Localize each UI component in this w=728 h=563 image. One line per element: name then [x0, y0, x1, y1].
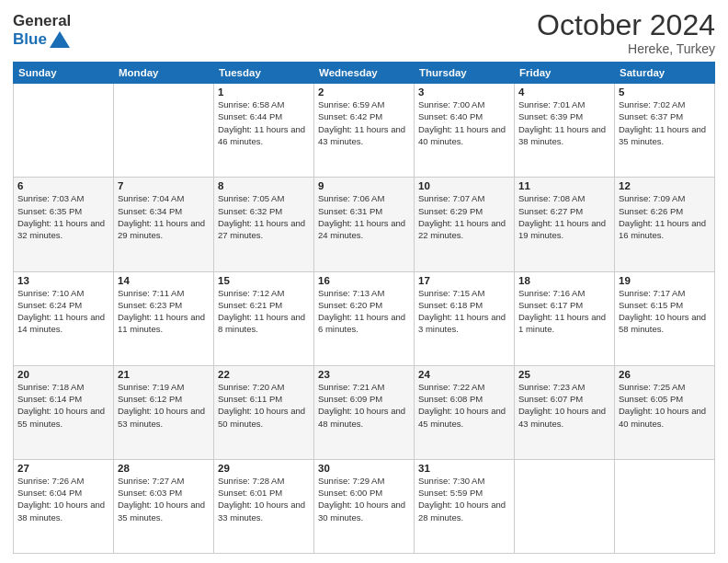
calendar: SundayMondayTuesdayWednesdayThursdayFrid…	[13, 62, 715, 554]
calendar-cell	[14, 84, 114, 178]
day-info: Sunrise: 7:11 AMSunset: 6:23 PMDaylight:…	[118, 287, 210, 336]
calendar-body: 1Sunrise: 6:58 AMSunset: 6:44 PMDaylight…	[14, 84, 715, 554]
day-info: Sunrise: 7:01 AMSunset: 6:39 PMDaylight:…	[518, 98, 610, 147]
day-number: 16	[318, 275, 410, 286]
calendar-cell: 11Sunrise: 7:08 AMSunset: 6:27 PMDayligh…	[515, 178, 615, 271]
day-number: 11	[518, 180, 610, 191]
calendar-cell: 27Sunrise: 7:26 AMSunset: 6:04 PMDayligh…	[14, 459, 114, 553]
calendar-cell: 19Sunrise: 7:17 AMSunset: 6:15 PMDayligh…	[615, 271, 715, 365]
day-number: 14	[118, 275, 210, 286]
day-info: Sunrise: 6:59 AMSunset: 6:42 PMDaylight:…	[318, 98, 410, 147]
calendar-header-row: SundayMondayTuesdayWednesdayThursdayFrid…	[14, 63, 715, 84]
day-number: 4	[518, 86, 610, 98]
day-number: 31	[418, 463, 510, 474]
weekday-header-tuesday: Tuesday	[214, 63, 314, 84]
calendar-cell: 30Sunrise: 7:29 AMSunset: 6:00 PMDayligh…	[314, 459, 415, 553]
weekday-header-friday: Friday	[515, 63, 615, 84]
title-section: October 2024 Hereke, Turkey	[537, 9, 715, 56]
day-number: 15	[218, 275, 310, 286]
calendar-cell: 23Sunrise: 7:21 AMSunset: 6:09 PMDayligh…	[314, 365, 415, 459]
calendar-cell: 25Sunrise: 7:23 AMSunset: 6:07 PMDayligh…	[515, 365, 615, 459]
day-info: Sunrise: 7:13 AMSunset: 6:20 PMDaylight:…	[318, 287, 410, 336]
calendar-cell: 28Sunrise: 7:27 AMSunset: 6:03 PMDayligh…	[114, 459, 214, 553]
day-number: 28	[118, 463, 210, 474]
location: Hereke, Turkey	[537, 41, 715, 56]
calendar-cell: 18Sunrise: 7:16 AMSunset: 6:17 PMDayligh…	[515, 271, 615, 365]
day-number: 2	[318, 86, 410, 98]
logo-blue: Blue	[13, 30, 47, 49]
day-info: Sunrise: 7:29 AMSunset: 6:00 PMDaylight:…	[318, 475, 410, 523]
calendar-week-1: 1Sunrise: 6:58 AMSunset: 6:44 PMDaylight…	[14, 84, 715, 178]
calendar-cell: 12Sunrise: 7:09 AMSunset: 6:26 PMDayligh…	[615, 178, 715, 271]
day-number: 27	[17, 463, 109, 474]
day-info: Sunrise: 7:22 AMSunset: 6:08 PMDaylight:…	[418, 381, 510, 430]
day-info: Sunrise: 7:08 AMSunset: 6:27 PMDaylight:…	[518, 192, 610, 241]
day-number: 1	[218, 86, 310, 98]
weekday-header-sunday: Sunday	[14, 63, 114, 84]
calendar-cell: 16Sunrise: 7:13 AMSunset: 6:20 PMDayligh…	[314, 271, 415, 365]
day-info: Sunrise: 7:27 AMSunset: 6:03 PMDaylight:…	[118, 475, 210, 523]
day-info: Sunrise: 7:19 AMSunset: 6:12 PMDaylight:…	[118, 381, 210, 430]
logo-icon	[50, 31, 70, 48]
weekday-header-wednesday: Wednesday	[314, 63, 415, 84]
day-info: Sunrise: 7:30 AMSunset: 5:59 PMDaylight:…	[418, 475, 510, 523]
day-number: 26	[619, 369, 711, 380]
day-number: 22	[218, 369, 310, 380]
day-info: Sunrise: 7:03 AMSunset: 6:35 PMDaylight:…	[17, 192, 109, 241]
weekday-header-saturday: Saturday	[615, 63, 715, 84]
header: General Blue October 2024 Hereke, Turkey	[13, 9, 715, 56]
calendar-cell: 26Sunrise: 7:25 AMSunset: 6:05 PMDayligh…	[615, 365, 715, 459]
day-info: Sunrise: 7:02 AMSunset: 6:37 PMDaylight:…	[619, 98, 711, 147]
day-info: Sunrise: 7:26 AMSunset: 6:04 PMDaylight:…	[17, 475, 109, 523]
day-number: 17	[418, 275, 510, 286]
day-info: Sunrise: 7:20 AMSunset: 6:11 PMDaylight:…	[218, 381, 310, 430]
calendar-cell: 7Sunrise: 7:04 AMSunset: 6:34 PMDaylight…	[114, 178, 214, 271]
day-info: Sunrise: 7:25 AMSunset: 6:05 PMDaylight:…	[619, 381, 711, 430]
calendar-cell: 8Sunrise: 7:05 AMSunset: 6:32 PMDaylight…	[214, 178, 314, 271]
day-info: Sunrise: 7:21 AMSunset: 6:09 PMDaylight:…	[318, 381, 410, 430]
weekday-header-thursday: Thursday	[415, 63, 515, 84]
day-number: 29	[218, 463, 310, 474]
logo: General Blue	[13, 13, 71, 49]
calendar-cell: 15Sunrise: 7:12 AMSunset: 6:21 PMDayligh…	[214, 271, 314, 365]
day-number: 9	[318, 180, 410, 191]
weekday-header-monday: Monday	[114, 63, 214, 84]
calendar-cell	[114, 84, 214, 178]
day-info: Sunrise: 7:23 AMSunset: 6:07 PMDaylight:…	[518, 381, 610, 430]
calendar-cell: 20Sunrise: 7:18 AMSunset: 6:14 PMDayligh…	[14, 365, 114, 459]
calendar-cell: 2Sunrise: 6:59 AMSunset: 6:42 PMDaylight…	[314, 84, 415, 178]
day-number: 25	[518, 369, 610, 380]
day-number: 23	[318, 369, 410, 380]
day-number: 24	[418, 369, 510, 380]
day-info: Sunrise: 7:04 AMSunset: 6:34 PMDaylight:…	[118, 192, 210, 241]
day-info: Sunrise: 7:09 AMSunset: 6:26 PMDaylight:…	[619, 192, 711, 241]
calendar-cell: 14Sunrise: 7:11 AMSunset: 6:23 PMDayligh…	[114, 271, 214, 365]
day-number: 20	[17, 369, 109, 380]
calendar-cell: 1Sunrise: 6:58 AMSunset: 6:44 PMDaylight…	[214, 84, 314, 178]
day-info: Sunrise: 7:16 AMSunset: 6:17 PMDaylight:…	[518, 287, 610, 336]
day-info: Sunrise: 7:18 AMSunset: 6:14 PMDaylight:…	[17, 381, 109, 430]
page: General Blue October 2024 Hereke, Turkey…	[0, 0, 728, 563]
calendar-cell: 10Sunrise: 7:07 AMSunset: 6:29 PMDayligh…	[415, 178, 515, 271]
calendar-cell: 4Sunrise: 7:01 AMSunset: 6:39 PMDaylight…	[515, 84, 615, 178]
day-number: 10	[418, 180, 510, 191]
day-number: 13	[17, 275, 109, 286]
day-info: Sunrise: 7:12 AMSunset: 6:21 PMDaylight:…	[218, 287, 310, 336]
calendar-week-2: 6Sunrise: 7:03 AMSunset: 6:35 PMDaylight…	[14, 178, 715, 271]
calendar-cell: 9Sunrise: 7:06 AMSunset: 6:31 PMDaylight…	[314, 178, 415, 271]
svg-marker-0	[50, 31, 70, 48]
day-info: Sunrise: 7:15 AMSunset: 6:18 PMDaylight:…	[418, 287, 510, 336]
day-number: 19	[619, 275, 711, 286]
day-number: 7	[118, 180, 210, 191]
day-number: 6	[17, 180, 109, 191]
day-info: Sunrise: 6:58 AMSunset: 6:44 PMDaylight:…	[218, 98, 310, 147]
day-number: 12	[619, 180, 711, 191]
day-info: Sunrise: 7:28 AMSunset: 6:01 PMDaylight:…	[218, 475, 310, 523]
calendar-cell: 29Sunrise: 7:28 AMSunset: 6:01 PMDayligh…	[214, 459, 314, 553]
day-info: Sunrise: 7:05 AMSunset: 6:32 PMDaylight:…	[218, 192, 310, 241]
calendar-cell: 6Sunrise: 7:03 AMSunset: 6:35 PMDaylight…	[14, 178, 114, 271]
day-info: Sunrise: 7:06 AMSunset: 6:31 PMDaylight:…	[318, 192, 410, 241]
day-number: 3	[418, 86, 510, 98]
day-number: 5	[619, 86, 711, 98]
day-number: 18	[518, 275, 610, 286]
